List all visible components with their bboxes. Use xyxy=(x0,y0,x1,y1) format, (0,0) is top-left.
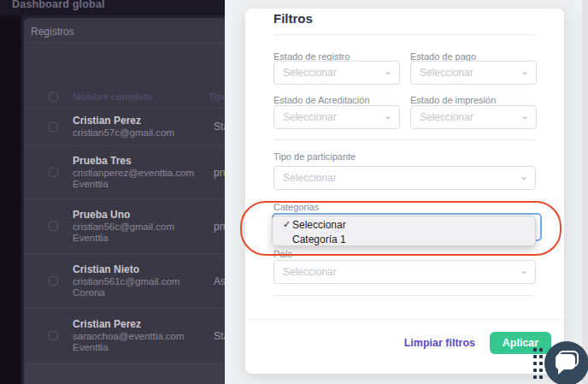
chevron-down-icon: ⌄ xyxy=(520,109,529,121)
chevron-down-icon: ⌄ xyxy=(384,65,392,77)
participant-company: Eventtia xyxy=(73,179,194,191)
pais-select[interactable]: Seleccionar ⌄ xyxy=(273,260,536,284)
participant-email: cristian57c@gmail.com xyxy=(73,127,174,139)
participant-name: Cristian Nieto xyxy=(73,263,179,276)
chevron-down-icon: ⌄ xyxy=(520,264,528,276)
tipo-participante-select[interactable]: Seleccionar ⌄ xyxy=(273,166,536,190)
table-footer xyxy=(24,363,225,384)
participant-type: prue xyxy=(214,221,225,233)
participant-type: Staf xyxy=(214,121,225,133)
filters-drawer: Filtros Estado de registro Estado de pag… xyxy=(225,0,588,384)
card-title: Registros xyxy=(31,26,74,38)
participant-type: prue xyxy=(214,167,225,179)
row-checkbox[interactable] xyxy=(49,168,58,177)
chat-widget-button[interactable] xyxy=(544,340,588,384)
table-row[interactable]: Cristian Perez cristian57c@gmail.com Sta… xyxy=(24,107,225,145)
participant-type: Staf xyxy=(214,330,225,342)
participant-info: Prueba Tres cristianperez@eventtia.com E… xyxy=(73,155,194,191)
tipo-participante-label: Tipo de participante xyxy=(273,151,356,162)
column-header-nombre: Nombre completo xyxy=(73,92,153,102)
registrations-table: Nombre completo Tipo d Cristian Perez cr… xyxy=(24,86,225,384)
participant-name: Cristian Perez xyxy=(73,115,174,127)
table-row[interactable]: Cristian Nieto cristian561c@gmail.com Co… xyxy=(24,253,225,308)
table-row[interactable]: Prueba Tres cristianperez@eventtia.com E… xyxy=(24,145,225,198)
select-all-checkbox[interactable] xyxy=(49,92,58,102)
panel-footer: Limpiar filtros Aplicar xyxy=(245,319,551,374)
estado-pago-select[interactable]: Seleccionar ⌄ xyxy=(410,61,537,85)
drag-handle-dots[interactable] xyxy=(533,348,543,379)
table-row[interactable]: Prueba Uno cristian56c@gmail.com Eventti… xyxy=(24,198,225,253)
participant-name: Prueba Tres xyxy=(73,155,194,168)
estado-registro-select[interactable]: Seleccionar ⌄ xyxy=(273,61,400,85)
card-divider xyxy=(24,43,225,44)
participant-email: cristianperez@eventtia.com xyxy=(73,168,194,180)
participant-type: Asis xyxy=(214,275,225,287)
estado-impresion-select[interactable]: Seleccionar ⌄ xyxy=(410,105,537,129)
filters-panel: Filtros Estado de registro Estado de pag… xyxy=(245,9,564,374)
table-header-row: Nombre completo Tipo d xyxy=(24,86,225,107)
row-checkbox[interactable] xyxy=(49,276,58,286)
participant-email: cristian561c@gmail.com xyxy=(73,276,179,288)
registros-card: Registros Nombre completo Tipo d Cristia… xyxy=(24,18,225,384)
estado-impresion-label: Estado de impresión xyxy=(410,95,537,105)
participant-name: Cristian Perez xyxy=(73,318,185,331)
estado-acreditacion-label: Estado de Acreditación xyxy=(273,95,400,105)
participant-company: Corona xyxy=(73,287,179,299)
column-header-tipo: Tipo d xyxy=(209,92,225,102)
clear-filters-link[interactable]: Limpiar filtros xyxy=(404,337,475,349)
panel-title: Filtros xyxy=(273,11,313,26)
scrollbar-track[interactable] xyxy=(582,0,588,384)
screen: Dashboard global Registros Nombre comple… xyxy=(0,0,588,384)
divider xyxy=(273,34,536,35)
chevron-down-icon: ⌄ xyxy=(384,109,392,121)
participant-company: Eventtia xyxy=(73,342,185,354)
participant-company: Eventtia xyxy=(73,233,174,245)
participant-email: saraochoa@eventtia.com xyxy=(73,331,185,343)
participant-name: Prueba Uno xyxy=(73,209,174,222)
sidebar xyxy=(0,15,21,384)
chevron-down-icon: ⌄ xyxy=(520,170,528,182)
chevron-down-icon: ⌄ xyxy=(520,65,529,77)
participant-email: cristian56c@gmail.com xyxy=(73,222,174,233)
participant-info: Cristian Perez cristian57c@gmail.com xyxy=(73,115,174,139)
row-checkbox[interactable] xyxy=(49,222,58,231)
participant-info: Prueba Uno cristian56c@gmail.com Eventti… xyxy=(73,209,174,245)
table-row[interactable]: Cristian Perez saraochoa@eventtia.com Ev… xyxy=(24,308,225,363)
annotation-highlight xyxy=(240,201,562,256)
row-checkbox[interactable] xyxy=(49,331,58,340)
divider xyxy=(273,295,536,296)
row-checkbox[interactable] xyxy=(49,122,58,132)
top-navbar: Dashboard global xyxy=(0,0,225,15)
participant-info: Cristian Perez saraochoa@eventtia.com Ev… xyxy=(73,318,185,354)
participant-info: Cristian Nieto cristian561c@gmail.com Co… xyxy=(73,263,179,299)
chat-bubble-icon xyxy=(556,354,575,369)
divider xyxy=(273,139,536,140)
page-title: Dashboard global xyxy=(12,0,105,10)
estado-acreditacion-select[interactable]: Seleccionar ⌄ xyxy=(273,105,400,129)
